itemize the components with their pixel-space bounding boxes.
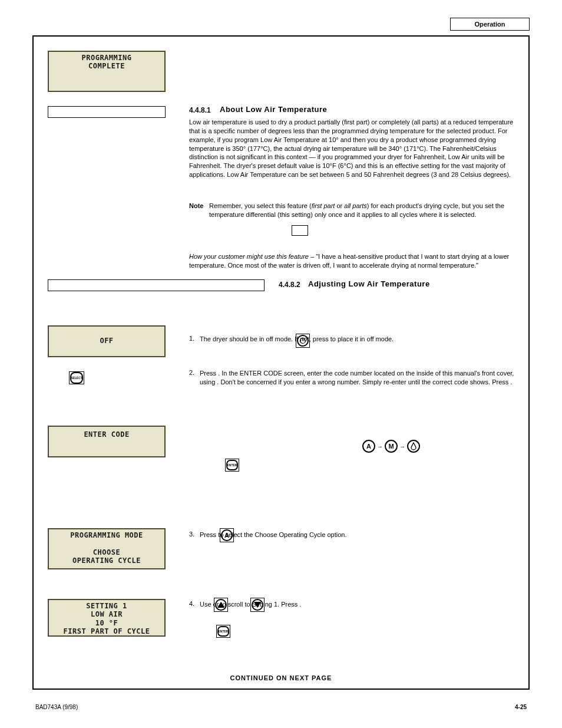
- blank-box-wide: [48, 279, 265, 291]
- note-first-part: first part: [312, 202, 335, 209]
- on-off-icon[interactable]: [296, 334, 310, 348]
- note-pre: Remember, you select this feature (: [209, 202, 312, 209]
- lcd-setting1: SETTING 1 LOW AIR 10 °F FIRST PART OF CY…: [48, 599, 166, 637]
- step1-text: The dryer should be in off mode. If not,…: [200, 335, 518, 344]
- continued-label: CONTINUED ON NEXT PAGE: [34, 674, 528, 683]
- enter-circle-1: ENTER: [226, 460, 238, 470]
- section-number-adjust: 4.4.8.2: [279, 281, 300, 289]
- section-number-about: 4.4.8.1: [189, 106, 211, 114]
- step2-text: Press . In the ENTER CODE screen, enter …: [200, 369, 518, 475]
- note-mid: or: [335, 202, 344, 209]
- a-circle-step3: A: [221, 529, 233, 541]
- lcd-programming-mode: PROGRAMMING MODE CHOOSE OPERATING CYCLE: [48, 528, 166, 569]
- step1-num: 1.: [189, 335, 194, 342]
- arrow-1: →: [376, 443, 384, 450]
- about-paragraph: Low air temperature is used to dry a pro…: [189, 118, 516, 179]
- enter-icon-2[interactable]: ENTER: [216, 625, 230, 638]
- a-icon[interactable]: A: [362, 440, 375, 453]
- on-off-circle: [297, 335, 309, 347]
- select-icon[interactable]: SELECT: [69, 371, 84, 384]
- blank-box-small: [292, 225, 308, 236]
- note-label: Note: [189, 202, 203, 210]
- step3-num: 3.: [189, 531, 194, 538]
- step4-num: 4.: [189, 600, 194, 607]
- down-circle: [252, 599, 263, 611]
- footer-code: BAD743A (9/98): [35, 704, 78, 710]
- footer-page: 4-25: [515, 704, 527, 710]
- enter-icon-1[interactable]: ENTER: [225, 459, 239, 472]
- m-icon[interactable]: M: [385, 440, 398, 453]
- note-all-parts: all parts: [344, 202, 367, 209]
- tip-lead: How your customer might use this feature…: [189, 253, 316, 260]
- page-root: Operation PROGRAMMING COMPLETE 4.4.8.1 A…: [0, 0, 562, 728]
- section-heading-adjust: Adjusting Low Air Temperature: [308, 279, 430, 288]
- lcd-off: OFF: [48, 325, 166, 357]
- arrow-2: →: [399, 443, 406, 450]
- enter-circle-2: ENTER: [217, 626, 229, 637]
- blank-box-1: [48, 106, 166, 118]
- step4-text: Use or to scroll to Setting 1. Press .: [200, 600, 518, 609]
- main-frame: PROGRAMMING COMPLETE 4.4.8.1 About Low A…: [32, 35, 530, 690]
- header-box: Operation: [450, 18, 530, 31]
- up-arrow-icon[interactable]: [214, 598, 228, 612]
- section-heading-about: About Low Air Temperature: [220, 105, 327, 114]
- note-body: Remember, you select this feature (first…: [209, 202, 517, 219]
- tip-paragraph: How your customer might use this feature…: [189, 252, 516, 270]
- amd-icon-row: A → M →: [362, 440, 420, 453]
- down-arrow-icon[interactable]: [250, 598, 265, 612]
- up-circle: [215, 599, 227, 611]
- select-circle: SELECT: [70, 372, 83, 384]
- a-icon-step3[interactable]: A: [220, 528, 234, 542]
- step2-num: 2.: [189, 369, 194, 376]
- drop-icon[interactable]: [407, 440, 420, 453]
- lcd-enter-code: ENTER CODE: [48, 426, 166, 457]
- step3-text: Press to select the Choose Operating Cyc…: [200, 531, 518, 539]
- lcd-programming-complete: PROGRAMMING COMPLETE: [48, 51, 166, 92]
